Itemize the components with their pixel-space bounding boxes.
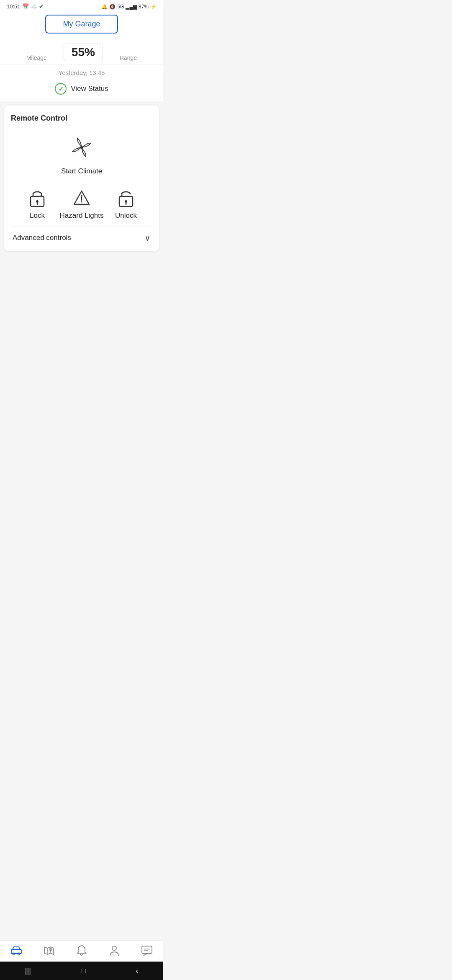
status-bar: 10:51 📅 ☁️ ✔ 🔔 🔇 5G ▂▄▆ 87% ⚡ bbox=[0, 0, 163, 11]
battery-percent: 55% bbox=[64, 44, 103, 61]
climate-section[interactable]: Start Climate bbox=[11, 133, 152, 175]
mileage-label: Mileage bbox=[26, 54, 47, 61]
calendar-icon: 📅 bbox=[22, 3, 29, 10]
check-icon: ✔ bbox=[39, 3, 44, 10]
climate-fan-icon bbox=[67, 133, 96, 162]
advanced-controls-toggle[interactable]: Advanced controls ∨ bbox=[11, 227, 152, 245]
time-display: 10:51 bbox=[7, 3, 21, 10]
header: My Garage bbox=[0, 11, 163, 40]
lock-icon bbox=[27, 187, 48, 208]
alarm-icon: 🔔 bbox=[101, 4, 108, 10]
lock-button[interactable]: Lock bbox=[16, 187, 58, 220]
unlock-icon bbox=[116, 187, 136, 208]
mute-icon: 🔇 bbox=[109, 4, 116, 10]
status-left: 10:51 📅 ☁️ ✔ bbox=[7, 3, 44, 10]
view-status-row[interactable]: ✓ View Status bbox=[0, 78, 163, 101]
remote-control-title: Remote Control bbox=[11, 114, 152, 123]
view-status-label: View Status bbox=[71, 85, 108, 93]
signal-icon: ▂▄▆ bbox=[126, 4, 137, 10]
last-updated-timestamp: Yesterday, 13:45 bbox=[0, 65, 163, 78]
range-label: Range bbox=[120, 54, 137, 61]
chevron-down-icon: ∨ bbox=[144, 233, 151, 243]
unlock-button[interactable]: Unlock bbox=[105, 187, 147, 220]
svg-point-0 bbox=[80, 146, 83, 149]
status-check-icon: ✓ bbox=[55, 83, 67, 95]
svg-point-5 bbox=[81, 201, 82, 203]
my-garage-button[interactable]: My Garage bbox=[45, 15, 118, 34]
hazard-label: Hazard Lights bbox=[60, 211, 104, 220]
status-right: 🔔 🔇 5G ▂▄▆ 87% ⚡ bbox=[101, 4, 157, 10]
advanced-controls-label: Advanced controls bbox=[13, 234, 71, 242]
info-row: Mileage 55% Range bbox=[0, 40, 163, 65]
charging-icon: ⚡ bbox=[150, 4, 157, 10]
remote-control-card: Remote Control Start Climate bbox=[4, 106, 159, 251]
hazard-lights-button[interactable]: Hazard Lights bbox=[60, 187, 104, 220]
battery-status: 87% bbox=[139, 4, 149, 10]
lock-label: Lock bbox=[30, 211, 45, 220]
weather-icon: ☁️ bbox=[31, 3, 37, 10]
unlock-label: Unlock bbox=[115, 211, 137, 220]
climate-label: Start Climate bbox=[61, 167, 102, 175]
lock-controls-row: Lock Hazard Lights bbox=[11, 187, 152, 220]
5g-icon: 5G bbox=[117, 4, 124, 10]
hazard-triangle-icon bbox=[71, 187, 92, 208]
